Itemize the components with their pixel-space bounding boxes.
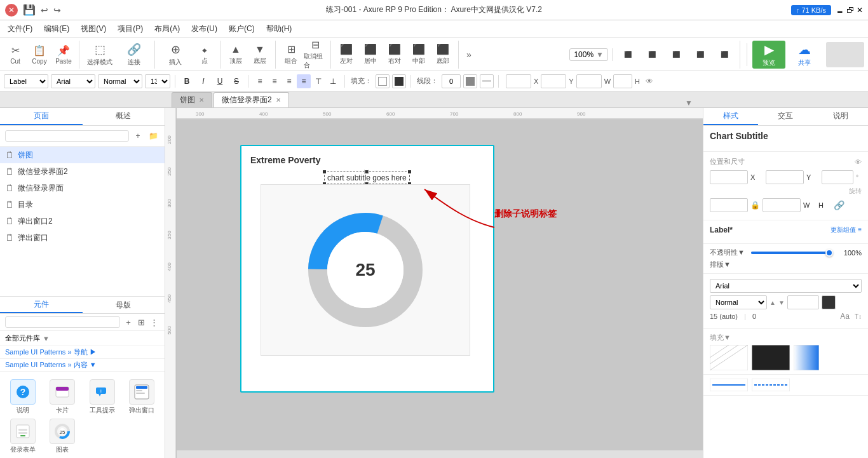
right-tab-interact[interactable]: 交互 [758,108,813,125]
page-item-popup[interactable]: 🗒 弹出窗口 [0,229,165,246]
toolbar-align-right2[interactable]: ⬛ [665,41,688,69]
tabs-scroll[interactable]: ▼ [681,98,696,107]
fmt-line-style[interactable] [480,74,494,88]
toolbar-paste[interactable]: 📌 Paste [52,41,75,69]
fmt-bold[interactable]: B [180,74,194,88]
sample-nav-link[interactable]: Sample UI Patterns » 导航 ▶ [0,346,165,359]
tab-close-pie[interactable]: ✕ [199,97,204,104]
comp-item-tooltip[interactable]: i 工具提示 [85,379,120,415]
sample-content-link[interactable]: Sample UI Patterns » 内容 ▼ [0,359,165,372]
fmt-fill-color[interactable] [376,74,390,88]
comp-item-card[interactable]: 卡片 [44,379,80,415]
toolbar-align-right[interactable]: ⬛右对 [383,41,406,69]
toolbar-more[interactable]: » [463,41,475,69]
pages-search-input[interactable] [5,130,129,142]
toolbar-connect[interactable]: 🔗 连接 [118,41,151,69]
fmt-x[interactable]: 301 [506,74,531,88]
horizontal-scrollbar[interactable] [177,450,703,458]
prop-h[interactable]: 15 [763,198,801,212]
comp-item-popup[interactable]: 弹出窗口 [124,379,159,415]
app-save-btn[interactable]: 💾 [23,4,36,16]
toolbar-cut[interactable]: ✂ Cut [4,41,27,69]
menu-layout[interactable]: 布局(A) [149,22,185,36]
toolbar-align-top[interactable]: ⬛中部 [407,41,430,69]
menu-publish[interactable]: 发布(U) [186,22,222,36]
fmt-align-right[interactable]: ≡ [282,74,296,88]
comp-item-hint[interactable]: ? 说明 [5,379,41,415]
fmt-visibility[interactable]: 👁 [642,74,656,88]
fmt-h[interactable]: 15 [613,74,632,88]
toolbar-select-mode[interactable]: ⬚ 选择模式 [83,41,116,69]
elem-search-input[interactable] [5,316,120,328]
toolbar-point[interactable]: ⬥ 点 [193,41,216,69]
pos-rotation[interactable]: 0 [822,170,853,184]
menu-edit[interactable]: 编辑(E) [39,22,74,36]
pos-y[interactable]: 191 [766,170,804,184]
toolbar-align-left[interactable]: ⬛左对 [335,41,358,69]
canvas-area[interactable]: Extreme Poverty chart subtitle goes here [177,119,703,458]
font-color-swatch[interactable] [822,295,836,309]
fmt-font[interactable]: Arial [51,74,95,88]
tab-close-wechat2[interactable]: ✕ [276,97,281,104]
handle-tl[interactable] [322,170,327,174]
win-minimize[interactable]: 🗕 [836,6,844,15]
app-close-btn[interactable]: ✕ [5,4,18,17]
page-item-popup2[interactable]: 🗒 弹出窗口2 [0,213,165,229]
pages-folder-btn[interactable]: 📁 [147,130,159,142]
win-restore[interactable]: 🗗 [846,6,854,15]
toolbar-align-bottom2[interactable]: ⬛ [713,41,736,69]
elem-more-btn[interactable]: ⋮ [148,316,159,328]
page-item-wechat[interactable]: 🗒 微信登录界面 [0,180,165,196]
fmt-align-center[interactable]: ≡ [268,74,281,88]
page-item-pie[interactable]: 🗒 饼图 [0,147,165,163]
fmt-y[interactable]: 191 [541,74,566,88]
fmt-style[interactable]: Normal [98,74,142,88]
wh-lock-icon[interactable]: 🔗 [834,200,844,210]
toolbar-align-left2[interactable]: ⬛ [616,41,639,69]
menu-file[interactable]: 文件(F) [3,22,37,36]
pages-add-btn[interactable]: + [132,130,144,142]
app-redo-btn[interactable]: ↪ [53,5,61,15]
visibility-eye[interactable]: 👁 [855,158,862,166]
tab-wechat-login2[interactable]: 微信登录界面2 ✕ [214,92,289,107]
lock-icon[interactable]: 🔒 [750,201,760,210]
toolbar-insert[interactable]: ⊕ 插入 [159,41,192,69]
menu-view[interactable]: 视图(V) [76,22,111,36]
opacity-thumb[interactable] [825,249,833,257]
fmt-underline[interactable]: U [213,74,227,88]
fmt-size[interactable]: 13 [145,74,170,88]
menu-project[interactable]: 项目(P) [112,22,148,36]
tab-piecharts[interactable]: 饼图 ✕ [172,92,212,107]
prop-w[interactable]: 139 [710,198,748,212]
toolbar-top-layer[interactable]: ▲ 顶层 [224,41,247,69]
page-item-toc[interactable]: 🗒 目录 [0,196,165,213]
app-undo-btn[interactable]: ↩ [41,5,48,15]
right-tab-style[interactable]: 样式 [703,108,758,125]
win-close[interactable]: ✕ [857,6,863,15]
right-tab-notes[interactable]: 说明 [813,108,868,125]
handle-tr[interactable] [407,170,412,174]
fmt-fill-swatch[interactable] [392,74,406,88]
comp-lib-expand[interactable]: ▼ [43,335,50,342]
font-style-spin-down[interactable]: ▼ [778,299,785,306]
toolbar-align-bottom[interactable]: ⬛底部 [431,41,454,69]
elem-copy-btn[interactable]: ⊞ [135,316,147,328]
handle-tm[interactable] [365,170,369,174]
opacity-slider[interactable] [751,252,833,254]
toolbar-bottom-layer[interactable]: ▼ 底层 [248,41,271,69]
toolbar-zoom[interactable]: 100% ▼ [569,48,608,61]
font-style-spin-up[interactable]: ▲ [770,299,776,306]
toolbar-align-mid[interactable]: ⬛ [641,41,663,69]
panel-tab-outline[interactable]: 概述 [83,108,165,125]
page-item-wechat2[interactable]: 🗒 微信登录界面2 [0,163,165,180]
menu-account[interactable]: 账户(C) [224,22,260,36]
panel-tab-pages[interactable]: 页面 [0,108,83,125]
fmt-align-top[interactable]: ⊤ [311,74,325,88]
elem-tab-components[interactable]: 元件 [0,297,83,313]
fmt-line-val[interactable] [442,74,461,88]
toolbar-ungroup[interactable]: ⊟ 取消组合 [304,41,327,69]
fmt-w[interactable]: 139 [576,74,602,88]
fmt-type[interactable]: Label [4,74,48,88]
toolbar-align-top2[interactable]: ⬛ [689,41,712,69]
fmt-line-color[interactable] [463,74,477,88]
